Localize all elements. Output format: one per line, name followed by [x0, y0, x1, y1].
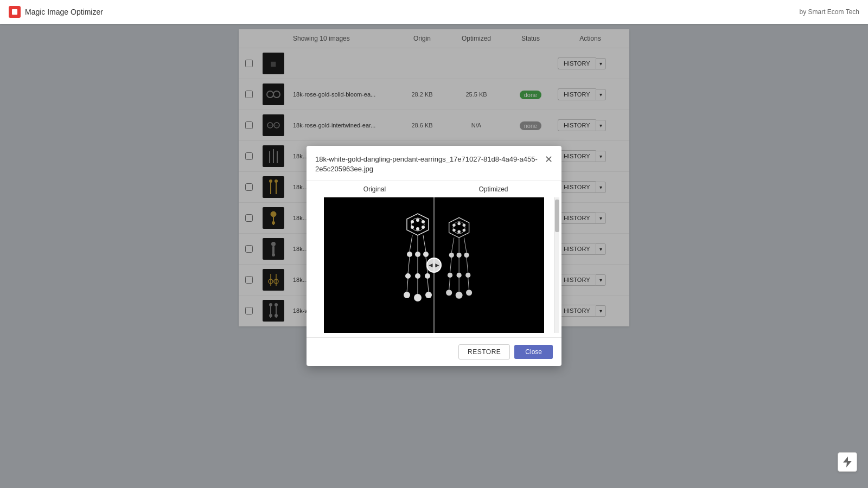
svg-point-89 — [466, 290, 472, 296]
svg-point-42 — [411, 226, 414, 229]
svg-point-56 — [414, 294, 422, 301]
svg-point-69 — [452, 229, 456, 232]
comparison-handle[interactable]: ◄► — [426, 258, 442, 273]
image-area-wrapper: ◄► — [315, 197, 553, 333]
modal-close-button[interactable]: ✕ — [545, 155, 553, 164]
svg-point-68 — [463, 224, 466, 227]
svg-point-87 — [465, 273, 470, 278]
svg-point-58 — [423, 252, 429, 257]
lightning-icon — [843, 457, 852, 467]
modal-scrollbar[interactable] — [554, 197, 559, 333]
svg-point-66 — [452, 224, 456, 227]
app-header: Magic Image Optimizer by Smart Ecom Tech — [0, 0, 868, 24]
app-title: Magic Image Optimizer — [25, 8, 103, 16]
comparison-labels: Original Optimized — [307, 181, 561, 197]
svg-point-77 — [446, 290, 452, 296]
svg-point-40 — [416, 219, 419, 222]
svg-point-62 — [425, 292, 432, 298]
app-logo — [9, 6, 21, 18]
original-label: Original — [315, 185, 434, 193]
image-comparison-modal: 18k-white-gold-dangling-pendant-earrings… — [307, 146, 561, 366]
svg-point-39 — [411, 220, 414, 223]
svg-point-50 — [404, 292, 410, 298]
modal-overlay[interactable]: 18k-white-gold-dangling-pendant-earrings… — [0, 24, 868, 488]
svg-point-67 — [457, 222, 461, 226]
svg-point-85 — [464, 253, 469, 258]
image-comparison-area: ◄► — [324, 197, 544, 333]
header-left: Magic Image Optimizer — [9, 6, 103, 18]
lightning-button[interactable] — [838, 452, 857, 472]
svg-point-41 — [422, 220, 425, 223]
svg-point-52 — [415, 252, 420, 257]
svg-point-81 — [457, 273, 462, 278]
svg-point-48 — [405, 273, 411, 279]
svg-point-46 — [407, 252, 412, 257]
svg-point-71 — [463, 229, 466, 232]
optimized-earring-svg — [434, 197, 544, 333]
svg-point-44 — [422, 226, 425, 229]
svg-point-73 — [449, 253, 454, 258]
logo-inner — [12, 9, 17, 15]
svg-point-70 — [457, 230, 461, 234]
modal-title: 18k-white-gold-dangling-pendant-earrings… — [315, 155, 545, 174]
svg-point-75 — [448, 273, 452, 278]
svg-point-43 — [416, 227, 419, 230]
image-comparison: ◄► — [324, 197, 544, 333]
svg-point-79 — [457, 253, 462, 258]
modal-footer: RESTORE Close — [307, 337, 561, 366]
svg-point-83 — [456, 292, 463, 299]
app-byline: by Smart Ecom Tech — [800, 8, 859, 16]
handle-arrows: ◄► — [427, 262, 441, 268]
svg-point-54 — [415, 273, 420, 279]
modal-header: 18k-white-gold-dangling-pendant-earrings… — [307, 146, 561, 181]
optimized-label: Optimized — [434, 185, 553, 193]
optimized-side — [434, 197, 544, 333]
svg-point-60 — [425, 273, 430, 279]
restore-button[interactable]: RESTORE — [458, 344, 510, 359]
close-button[interactable]: Close — [514, 345, 553, 359]
scrollbar-thumb — [555, 200, 559, 232]
